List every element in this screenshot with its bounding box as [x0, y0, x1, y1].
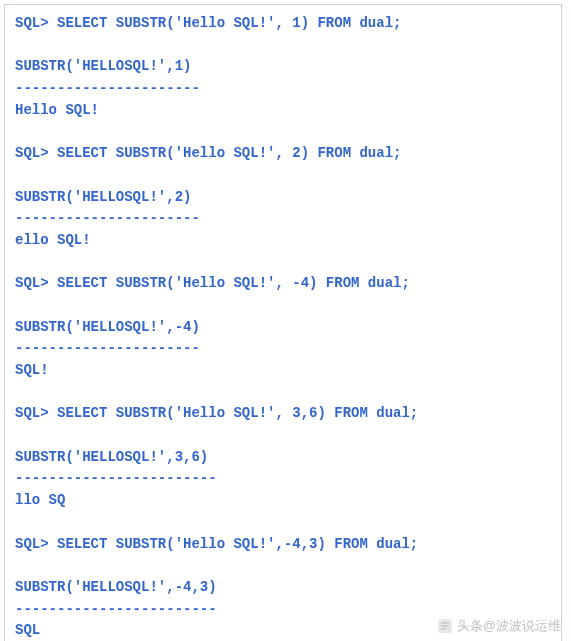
divider-line: ----------------------	[15, 338, 551, 360]
sql-prompt-line: SQL> SELECT SUBSTR('Hello SQL!',-4,3) FR…	[15, 534, 551, 556]
sql-prompt-line: SQL> SELECT SUBSTR('Hello SQL!', 1) FROM…	[15, 13, 551, 35]
blank-line	[15, 512, 551, 534]
blank-line	[15, 252, 551, 274]
column-header: SUBSTR('HELLOSQL!',-4)	[15, 317, 551, 339]
sql-terminal-output: SQL> SELECT SUBSTR('Hello SQL!', 1) FROM…	[4, 4, 562, 641]
watermark: 头条@波波说运维	[437, 617, 561, 635]
blank-line	[15, 555, 551, 577]
watermark-text: 头条@波波说运维	[457, 617, 561, 635]
svg-rect-2	[441, 625, 449, 627]
blank-line	[15, 425, 551, 447]
result-row: Hello SQL!	[15, 100, 551, 122]
divider-line: ------------------------	[15, 468, 551, 490]
column-header: SUBSTR('HELLOSQL!',1)	[15, 56, 551, 78]
blank-line	[15, 295, 551, 317]
column-header: SUBSTR('HELLOSQL!',-4,3)	[15, 577, 551, 599]
blank-line	[15, 382, 551, 404]
column-header: SUBSTR('HELLOSQL!',2)	[15, 187, 551, 209]
svg-rect-3	[441, 628, 446, 630]
blank-line	[15, 35, 551, 57]
divider-line: ----------------------	[15, 208, 551, 230]
blank-line	[15, 165, 551, 187]
result-row: llo SQ	[15, 490, 551, 512]
blank-line	[15, 121, 551, 143]
sql-prompt-line: SQL> SELECT SUBSTR('Hello SQL!', -4) FRO…	[15, 273, 551, 295]
divider-line: ----------------------	[15, 78, 551, 100]
sql-prompt-line: SQL> SELECT SUBSTR('Hello SQL!', 3,6) FR…	[15, 403, 551, 425]
sql-prompt-line: SQL> SELECT SUBSTR('Hello SQL!', 2) FROM…	[15, 143, 551, 165]
result-row: SQL!	[15, 360, 551, 382]
result-row: ello SQL!	[15, 230, 551, 252]
svg-rect-1	[441, 622, 449, 624]
column-header: SUBSTR('HELLOSQL!',3,6)	[15, 447, 551, 469]
toutiao-icon	[437, 618, 453, 634]
